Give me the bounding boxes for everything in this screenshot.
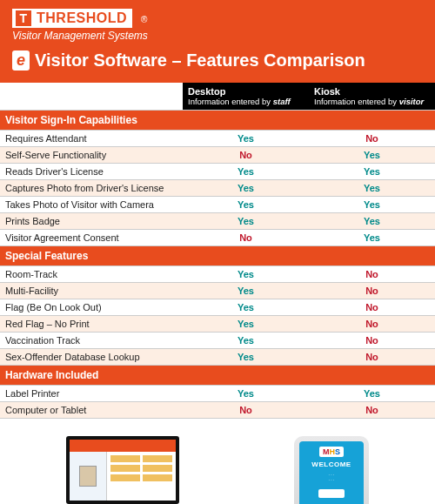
product-desktop: Desktop xyxy=(66,436,179,504)
logo-text: THRESHOLD xyxy=(37,10,127,26)
desktop-value: Yes xyxy=(183,197,309,213)
col-header-desktop: Desktop Information entered by staff xyxy=(183,83,309,111)
desktop-value: Yes xyxy=(183,180,309,197)
logo-badge: T THRESHOLD xyxy=(12,9,132,28)
kiosk-value: No xyxy=(309,316,435,333)
table-row: Visitor Agreement ConsentNoYes xyxy=(0,230,435,246)
table-row: Reads Driver's LicenseYesYes xyxy=(0,164,435,180)
feature-cell: Red Flag – No Print xyxy=(0,316,183,333)
col-header-desktop-label: Desktop xyxy=(188,86,225,97)
kiosk-logo: MHS xyxy=(319,447,344,457)
section-header: Visitor Sign-In Capabilities xyxy=(0,111,435,131)
feature-cell: Label Printer xyxy=(0,386,183,402)
feature-cell: Sex-Offender Database Lookup xyxy=(0,349,183,366)
col-header-desktop-em: staff xyxy=(273,97,291,106)
comparison-table: Desktop Information entered by staff Kio… xyxy=(0,83,435,419)
kiosk-value: No xyxy=(309,349,435,366)
table-row: Label PrinterYesYes xyxy=(0,386,435,402)
desktop-value: Yes xyxy=(183,349,309,366)
kiosk-tablet-icon: MHS WELCOME · · ·· · · xyxy=(294,436,369,504)
kiosk-value: No xyxy=(309,299,435,316)
table-row: Room-TrackYesNo xyxy=(0,266,435,283)
page-title: Visitor Software – Features Comparison xyxy=(35,50,365,71)
desktop-value: Yes xyxy=(183,266,309,283)
feature-cell: Multi-Facility xyxy=(0,283,183,299)
table-row: Vaccination TrackYesNo xyxy=(0,333,435,349)
kiosk-value: Yes xyxy=(309,213,435,230)
product-kiosk: MHS WELCOME · · ·· · · Kiosk xyxy=(294,436,369,504)
kiosk-value: Yes xyxy=(309,180,435,197)
feature-cell: Visitor Agreement Consent xyxy=(0,230,183,246)
col-header-kiosk-sub: Information entered by xyxy=(314,97,399,106)
kiosk-value: No xyxy=(309,266,435,283)
table-row: Takes Photo of Visitor with CameraYesYes xyxy=(0,197,435,213)
feature-cell: Takes Photo of Visitor with Camera xyxy=(0,197,183,213)
kiosk-subtext: · · ·· · · xyxy=(329,472,335,482)
logo: T THRESHOLD ® xyxy=(12,9,423,28)
kiosk-value: No xyxy=(309,131,435,147)
table-row: Red Flag – No PrintYesNo xyxy=(0,316,435,333)
kiosk-value: No xyxy=(309,402,435,419)
desktop-value: No xyxy=(183,147,309,164)
section-header: Hardware Included xyxy=(0,366,435,386)
desktop-value: No xyxy=(183,402,309,419)
table-row: Self-Serve FunctionalityNoYes xyxy=(0,147,435,164)
section-header: Special Features xyxy=(0,246,435,266)
col-header-kiosk-label: Kiosk xyxy=(314,86,340,97)
feature-cell: Room-Track xyxy=(0,266,183,283)
product-images: Desktop MHS WELCOME · · ·· · · Kiosk xyxy=(9,436,426,504)
kiosk-welcome: WELCOME xyxy=(311,460,351,468)
kiosk-value: Yes xyxy=(309,147,435,164)
registered-mark: ® xyxy=(141,15,147,24)
feature-cell: Captures Photo from Driver's License xyxy=(0,180,183,197)
desktop-value: Yes xyxy=(183,283,309,299)
col-header-kiosk-em: visitor xyxy=(399,97,425,106)
logo-mark: T xyxy=(16,10,31,26)
desktop-monitor-icon xyxy=(66,436,179,504)
table-row: Sex-Offender Database LookupYesNo xyxy=(0,349,435,366)
kiosk-value: Yes xyxy=(309,230,435,246)
table-row: Flag (Be On Look Out)YesNo xyxy=(0,299,435,316)
tagline: Visitor Management Systems xyxy=(12,30,423,42)
feature-cell: Vaccination Track xyxy=(0,333,183,349)
table-header-row: Desktop Information entered by staff Kio… xyxy=(0,83,435,111)
e-badge-icon: e xyxy=(12,50,30,71)
kiosk-value: No xyxy=(309,333,435,349)
feature-cell: Requires Attendant xyxy=(0,131,183,147)
table-row: Computer or TabletNoNo xyxy=(0,402,435,419)
kiosk-value: Yes xyxy=(309,164,435,180)
feature-cell: Self-Serve Functionality xyxy=(0,147,183,164)
col-header-feature xyxy=(0,83,183,111)
table-row: Prints BadgeYesYes xyxy=(0,213,435,230)
avatar-icon xyxy=(79,466,97,487)
feature-cell: Computer or Tablet xyxy=(0,402,183,419)
desktop-value: Yes xyxy=(183,213,309,230)
desktop-value: Yes xyxy=(183,386,309,402)
feature-cell: Flag (Be On Look Out) xyxy=(0,299,183,316)
table-row: Captures Photo from Driver's LicenseYesY… xyxy=(0,180,435,197)
section-title: Special Features xyxy=(0,246,435,266)
section-title: Visitor Sign-In Capabilities xyxy=(0,111,435,131)
feature-cell: Reads Driver's License xyxy=(0,164,183,180)
table-row: Requires AttendantYesNo xyxy=(0,131,435,147)
kiosk-value: Yes xyxy=(309,197,435,213)
kiosk-button-icon xyxy=(318,489,345,498)
title-row: e Visitor Software – Features Comparison xyxy=(12,50,423,71)
col-header-desktop-sub: Information entered by xyxy=(188,97,273,106)
desktop-value: Yes xyxy=(183,333,309,349)
desktop-value: Yes xyxy=(183,316,309,333)
header: T THRESHOLD ® Visitor Management Systems… xyxy=(0,0,435,83)
section-title: Hardware Included xyxy=(0,366,435,386)
desktop-value: No xyxy=(183,230,309,246)
desktop-value: Yes xyxy=(183,131,309,147)
kiosk-value: Yes xyxy=(309,386,435,402)
table-row: Multi-FacilityYesNo xyxy=(0,283,435,299)
kiosk-value: No xyxy=(309,283,435,299)
feature-cell: Prints Badge xyxy=(0,213,183,230)
desktop-value: Yes xyxy=(183,299,309,316)
desktop-value: Yes xyxy=(183,164,309,180)
col-header-kiosk: Kiosk Information entered by visitor xyxy=(309,83,435,111)
